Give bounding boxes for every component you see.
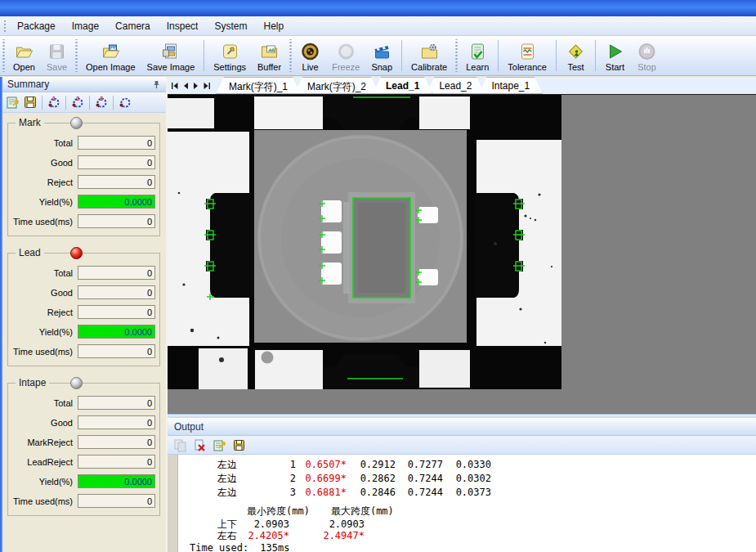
pin-icon[interactable] [152, 80, 161, 89]
mark-group: Mark Total0 Good0 Reject0 Yield(%)0.0000… [7, 123, 160, 236]
learn-button[interactable]: Learn [460, 37, 494, 74]
span-label: 左右 [183, 530, 237, 541]
calibrate-button[interactable]: Calibrate [405, 37, 453, 74]
snap-button[interactable]: Snap [365, 37, 398, 74]
mark-status-led [70, 117, 83, 129]
save-image-icon [160, 42, 181, 61]
test-label: Test [567, 62, 584, 72]
tab-lead-2[interactable]: Lead_2 [426, 77, 485, 94]
menu-help[interactable]: Help [255, 17, 292, 35]
menu-package[interactable]: Package [9, 17, 64, 35]
tab-nav-next-button[interactable] [192, 82, 200, 90]
export-report-icon[interactable] [212, 438, 226, 452]
panel-toolbar-separator [113, 96, 114, 110]
window-title-bar [0, 0, 756, 16]
mark-total-value: 0 [78, 136, 155, 150]
camera-image-viewport[interactable] [168, 95, 756, 414]
field-label: Reject [10, 307, 78, 317]
value: 0.7244 [396, 472, 443, 486]
mark-time-value: 0 [78, 214, 155, 228]
menu-image[interactable]: Image [64, 17, 107, 35]
measurement-row: 左边10.6507*0.29120.72770.0330 [183, 458, 756, 472]
value: 0.2862 [347, 472, 396, 486]
summary-panel-header: Summary [2, 77, 166, 92]
seq-value: 3 [237, 486, 296, 500]
value: 0.0330 [443, 458, 491, 472]
output-scrollbar[interactable] [168, 455, 178, 552]
toolbar-separator [204, 40, 204, 71]
toolbar-separator [556, 40, 557, 71]
test-button[interactable]: Test [560, 37, 592, 74]
start-button[interactable]: Start [599, 37, 631, 74]
min-span-value: 2.0903 [237, 518, 289, 530]
toolbar-separator [595, 40, 596, 71]
tab-mark-1[interactable]: Mark(字符)_1 [216, 77, 301, 94]
toolbar-drag-handle [74, 39, 79, 72]
field-label: Good [10, 158, 78, 168]
intape-good-value: 0 [78, 415, 155, 429]
reset-all-icon[interactable] [118, 95, 132, 110]
settings-label: Settings [213, 62, 246, 72]
tolerance-button[interactable]: Tolerance [502, 37, 552, 74]
tab-nav-first-button[interactable] [171, 82, 179, 90]
field-label: Yield(%) [10, 477, 78, 487]
toolbar-drag-handle [1, 39, 7, 72]
intape-yield-value: 0.0000 [78, 474, 155, 488]
edge-label: 左边 [183, 458, 237, 472]
svg-text:3: 3 [100, 96, 103, 101]
view-tabs: Mark(字符)_1 Mark(字符)_2 Lead_1 Lead_2 Inta… [216, 77, 536, 94]
reset-1-icon[interactable]: 1 [47, 95, 61, 110]
field-label: Time used(ms) [10, 217, 78, 227]
field-label: Total [10, 398, 78, 408]
tab-nav-prev-button[interactable] [181, 82, 190, 90]
export-report-icon[interactable] [6, 95, 20, 110]
open-image-icon [101, 42, 121, 61]
save-icon[interactable] [23, 95, 38, 110]
copy-icon [173, 438, 187, 452]
toolbar-separator [401, 40, 402, 71]
menu-inspect[interactable]: Inspect [159, 17, 207, 35]
main-area: Summary 1 2 3 Mark Total0 [0, 77, 756, 552]
field-label: Time used(ms) [10, 496, 78, 506]
save-icon[interactable] [232, 438, 246, 452]
buffer-button[interactable]: Buffer [252, 37, 287, 74]
menu-bar: Package Image Camera Inspect System Help [0, 16, 756, 36]
tab-intape-1[interactable]: Intape_1 [478, 77, 543, 94]
field-label: Time used(ms) [10, 347, 78, 357]
summary-panel-title: Summary [7, 79, 49, 90]
clear-icon[interactable] [193, 438, 207, 452]
save-image-button[interactable]: Save Image [141, 37, 201, 74]
tab-nav-last-button[interactable] [203, 82, 211, 90]
open-image-button[interactable]: Open Image [80, 37, 141, 74]
toolbar-separator [498, 40, 499, 71]
stop-label: Stop [637, 62, 656, 72]
value: 0.7244 [396, 486, 443, 500]
save-image-label: Save Image [147, 62, 195, 72]
alert-value: 0.6881* [296, 486, 347, 500]
open-button[interactable]: Open [7, 37, 41, 74]
tab-nav [168, 77, 216, 94]
tab-mark-2[interactable]: Mark(字符)_2 [294, 77, 379, 94]
lead-status-led [70, 247, 83, 259]
live-button[interactable]: Live [294, 37, 326, 74]
start-icon [605, 42, 625, 61]
tab-lead-1[interactable]: Lead_1 [373, 77, 432, 94]
output-panel-title: Output [174, 421, 204, 433]
field-label: Good [10, 288, 78, 298]
field-label: Yield(%) [10, 327, 78, 337]
reset-2-icon[interactable]: 2 [70, 95, 85, 110]
settings-button[interactable]: Settings [208, 37, 252, 74]
buffer-icon [259, 42, 280, 61]
reset-3-icon[interactable]: 3 [94, 95, 109, 110]
folder-open-icon [14, 42, 34, 61]
panel-toolbar-separator [65, 96, 66, 110]
learn-icon [467, 42, 488, 61]
min-span-header: 最小跨度(mm) [247, 505, 310, 518]
menu-camera[interactable]: Camera [107, 17, 159, 35]
output-log[interactable]: 左边10.6507*0.29120.72770.0330 左边20.6699*0… [168, 455, 756, 552]
lead-total-value: 0 [78, 266, 155, 280]
max-span-header: 最大跨度(mm) [331, 505, 394, 518]
lead-time-value: 0 [78, 344, 155, 358]
calibrate-icon [419, 42, 440, 61]
menu-system[interactable]: System [206, 17, 255, 35]
